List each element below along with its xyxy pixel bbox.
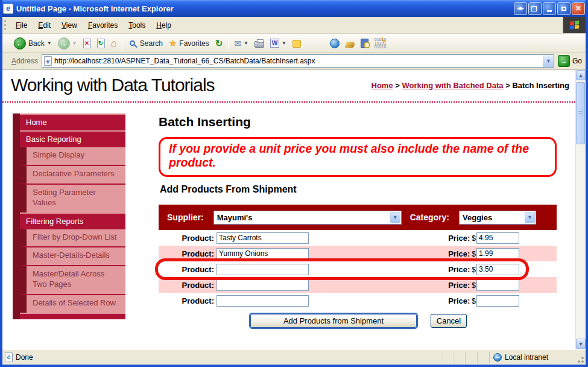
- sidebar-item-filtering-reports[interactable]: Filtering Reports: [20, 214, 125, 229]
- title-bar[interactable]: e Untitled Page - Microsoft Internet Exp…: [0, 0, 588, 17]
- undock-button[interactable]: →: [528, 2, 542, 15]
- stop-icon: ✕: [83, 39, 91, 48]
- price-label: Price:: [448, 234, 470, 243]
- sidebar-item-setting-parameter-values[interactable]: Setting Parameter Values: [20, 183, 125, 212]
- sidebar-item-master-detail-across-two-pages[interactable]: Master/Detail Across Two Pages: [20, 265, 125, 294]
- price-input-4[interactable]: [476, 279, 519, 291]
- product-name-input-2[interactable]: [217, 248, 309, 260]
- menu-file[interactable]: File: [10, 19, 33, 31]
- messenger-icon: [330, 39, 340, 48]
- scrollbar-thumb[interactable]: [576, 82, 585, 144]
- forward-icon: →: [58, 37, 70, 49]
- edit-with-word-button[interactable]: W ▼: [268, 37, 289, 49]
- address-url[interactable]: http://localhost:2810/ASPNET_Data_Tutori…: [54, 57, 543, 65]
- status-text: Done: [16, 353, 441, 362]
- menu-view[interactable]: View: [56, 19, 83, 31]
- favorites-label: Favorites: [179, 39, 209, 48]
- research-button[interactable]: [358, 37, 371, 49]
- print-button[interactable]: [252, 37, 267, 49]
- windows-flag-icon: [570, 21, 580, 30]
- favorites-button[interactable]: ★ Favorites: [166, 37, 212, 50]
- section-subheading: Add Products From Shipment: [160, 184, 557, 195]
- home-button[interactable]: ⌂: [109, 37, 119, 49]
- menu-help[interactable]: Help: [151, 19, 177, 31]
- stop-button[interactable]: ✕: [81, 37, 93, 49]
- sidebar-item-declarative-parameters[interactable]: Declarative Parameters: [20, 165, 125, 183]
- web-page: Working with Data Tutorials Home > Worki…: [2, 70, 575, 349]
- scrollbar-track[interactable]: [576, 80, 586, 339]
- mail-button[interactable]: ✉ ▼: [232, 37, 251, 49]
- discuss-button[interactable]: [290, 37, 303, 49]
- price-label: Price:: [448, 249, 470, 258]
- supplier-select[interactable]: Mayumi's ▼: [213, 211, 402, 225]
- forward-button[interactable]: → ▼: [55, 36, 80, 51]
- price-input-1[interactable]: [476, 232, 519, 244]
- price-label: Price:: [448, 265, 470, 274]
- standard-toolbar: ← Back ▼ → ▼ ✕ ↻ ⌂ Search ★ Favorites ↻ …: [2, 34, 586, 53]
- scroll-down-button[interactable]: ▼: [576, 339, 586, 349]
- refresh-icon: ↻: [97, 39, 105, 48]
- binary-lightning-icon: 010101010101010ϟ: [375, 38, 384, 49]
- menu-tools[interactable]: Tools: [123, 19, 151, 31]
- breadcrumb-link[interactable]: Working with Batched Data: [402, 81, 503, 90]
- mail-dropdown-icon[interactable]: ▼: [244, 40, 248, 46]
- supplier-label: Supplier:: [167, 212, 204, 222]
- product-name-input-4[interactable]: [217, 279, 309, 291]
- category-label: Category:: [410, 212, 449, 222]
- menu-favorites[interactable]: Favorites: [83, 19, 123, 31]
- back-button[interactable]: ← Back ▼: [11, 36, 54, 51]
- add-products-button[interactable]: Add Products from Shipment: [250, 314, 417, 328]
- print-icon: [254, 41, 264, 48]
- supplier-value: Mayumi's: [217, 213, 253, 222]
- product-name-input-5[interactable]: [217, 295, 309, 307]
- sidebar-item-home[interactable]: Home: [20, 115, 125, 130]
- word-dropdown-icon[interactable]: ▼: [282, 40, 286, 46]
- product-label: Product:: [159, 296, 214, 305]
- sidebar-item-basic-reporting[interactable]: Basic Reporting: [20, 132, 125, 147]
- minimize-button[interactable]: [543, 2, 556, 15]
- window-resize-grip[interactable]: [576, 355, 584, 363]
- history-button[interactable]: ↻: [213, 37, 226, 50]
- menubar-grip[interactable]: [4, 20, 9, 30]
- status-panel: [453, 352, 465, 363]
- breadcrumb-link[interactable]: Home: [371, 81, 393, 90]
- plugin-button-1[interactable]: [343, 38, 357, 49]
- validator-button[interactable]: 010101010101010ϟ: [372, 37, 387, 50]
- address-input[interactable]: e http://localhost:2810/ASPNET_Data_Tuto…: [42, 54, 554, 68]
- zone-label: Local intranet: [505, 353, 548, 362]
- maximize-button[interactable]: [557, 2, 571, 15]
- nav-arrows-button[interactable]: ◀▶: [514, 2, 527, 15]
- back-dropdown-icon[interactable]: ▼: [47, 40, 52, 46]
- address-bar: Address e http://localhost:2810/ASPNET_D…: [2, 53, 586, 70]
- go-button[interactable]: → Go: [558, 55, 582, 67]
- sidebar-item-filter-by-drop-down-list[interactable]: Filter by Drop-Down List: [20, 229, 125, 247]
- currency-symbol: $: [472, 234, 476, 243]
- product-name-input-3[interactable]: [217, 264, 309, 275]
- address-dropdown-button[interactable]: ▼: [543, 55, 554, 67]
- price-input-5[interactable]: [476, 295, 519, 307]
- sidebar-item-simple-display[interactable]: Simple Display: [20, 147, 125, 165]
- chevron-down-icon[interactable]: ▼: [390, 212, 400, 223]
- chevron-down-icon[interactable]: ▼: [525, 212, 535, 223]
- category-select[interactable]: Veggies ▼: [459, 211, 536, 225]
- scroll-up-button[interactable]: ▲: [576, 70, 586, 80]
- price-label: Price:: [448, 296, 470, 305]
- sidebar-menu: HomeBasic ReportingSimple DisplayDeclara…: [13, 113, 125, 319]
- product-label: Product:: [159, 281, 214, 290]
- page-title: Batch Inserting: [159, 115, 557, 129]
- price-input-3[interactable]: [476, 264, 519, 275]
- status-panel: [441, 352, 453, 363]
- menu-edit[interactable]: Edit: [33, 19, 56, 31]
- messenger-button[interactable]: [327, 37, 342, 49]
- refresh-button[interactable]: ↻: [95, 37, 107, 49]
- search-button[interactable]: Search: [126, 38, 165, 49]
- sidebar-item-details-of-selected-row[interactable]: Details of Selected Row: [20, 294, 125, 313]
- site-title: Working with Data Tutorials: [11, 75, 215, 95]
- vertical-scrollbar[interactable]: ▲ ▼: [575, 70, 586, 349]
- product-name-input-1[interactable]: [217, 232, 309, 244]
- cancel-button[interactable]: Cancel: [431, 314, 467, 328]
- sidebar-item-master-details-details[interactable]: Master-Details-Details: [20, 246, 125, 265]
- price-input-2[interactable]: [476, 248, 519, 260]
- status-page-icon: e: [5, 353, 13, 362]
- close-button[interactable]: ✕: [572, 2, 585, 15]
